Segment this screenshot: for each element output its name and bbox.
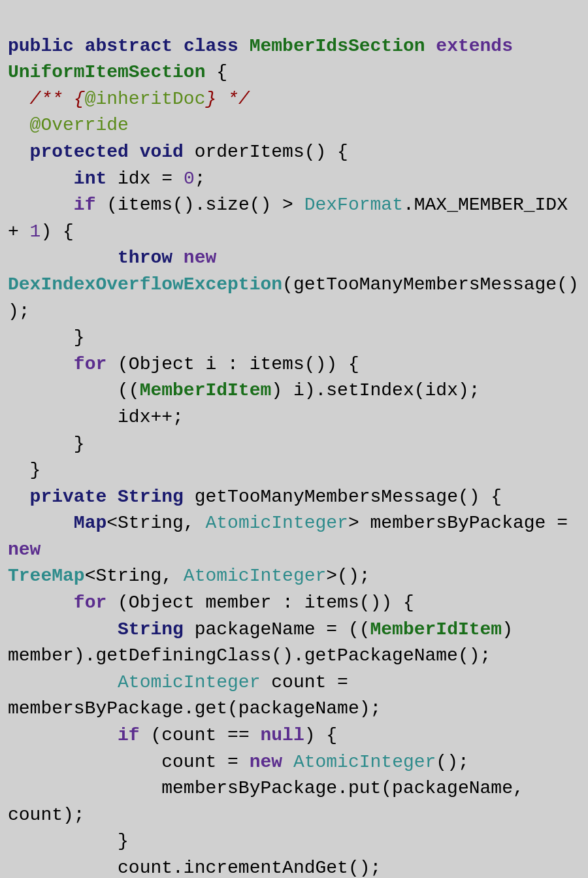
code-view: public abstract class MemberIdsSection e…	[8, 7, 580, 878]
line-1: public abstract class MemberIdsSection e…	[8, 36, 588, 878]
